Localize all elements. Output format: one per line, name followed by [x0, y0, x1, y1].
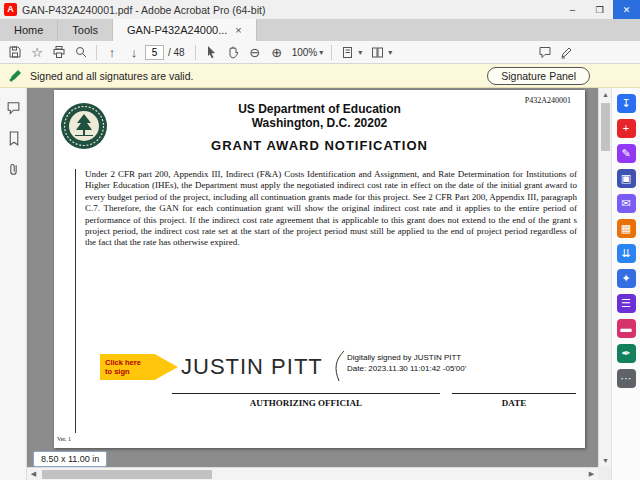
select-tool-button[interactable] [200, 42, 222, 63]
minimize-button[interactable]: – [559, 0, 586, 19]
toolbar-right-group [534, 42, 578, 63]
highlighter-pen-icon [560, 45, 574, 59]
vertical-scrollbar[interactable]: ▲ ▼ [598, 88, 611, 467]
tab-close-icon[interactable]: × [235, 24, 241, 36]
print-icon [52, 45, 66, 59]
date-line [452, 393, 576, 394]
date-label: DATE [452, 398, 576, 408]
authorizing-official-label: AUTHORIZING OFFICIAL [172, 398, 440, 408]
toolbar-divider [96, 45, 97, 60]
comment-button[interactable] [534, 42, 556, 63]
page-number-input[interactable] [145, 45, 164, 60]
save-button[interactable] [4, 42, 26, 63]
sign-prompt-line2: to sign [105, 367, 178, 376]
hand-icon [226, 45, 240, 59]
maximize-button[interactable]: ❒ [586, 0, 613, 19]
document-title: GRANT AWARD NOTIFICATION [54, 138, 585, 153]
vertical-scroll-thumb[interactable] [601, 103, 610, 151]
search-icon [74, 45, 88, 59]
window-title: GAN-P432A240001.pdf - Adobe Acrobat Pro … [22, 4, 265, 16]
page-fit-dropdown-icon[interactable]: ▾ [358, 48, 362, 57]
page-fit-icon [341, 46, 354, 59]
page-size-indicator: 8.50 x 11.00 in [33, 451, 107, 467]
signature-message-bar: Signed and all signatures are valid. Sig… [0, 64, 640, 88]
toolbar-divider [331, 45, 332, 60]
document-body-text: Under 2 CFR part 200, Appendix III, Indi… [85, 169, 577, 249]
main-toolbar: ☆ ↑ ↓ / 48 ⊖ ⊕ 100% ▾ ▾ ▾ [0, 41, 640, 64]
tab-bar: Home Tools GAN-P432A24000... × [0, 19, 640, 41]
signature-details: Digitally signed by JUSTIN PITT Date: 20… [347, 353, 466, 374]
acrobat-window: A GAN-P432A240001.pdf - Adobe Acrobat Pr… [0, 0, 640, 480]
close-button[interactable]: ✕ [613, 0, 640, 19]
page-count-label: / 48 [168, 47, 185, 58]
sign-prompt-line1: Click here [105, 358, 178, 367]
signature-detail-line2: Date: 2023.11.30 11:01:42 -05'00' [347, 364, 466, 375]
next-page-button[interactable]: ↓ [123, 42, 145, 63]
tab-document[interactable]: GAN-P432A24000... × [113, 19, 257, 41]
prepare-form-tool-icon[interactable]: ☰ [617, 294, 636, 313]
combine-files-tool-icon[interactable]: ▣ [617, 169, 636, 188]
window-controls: – ❒ ✕ [559, 0, 640, 19]
comment-tool-icon[interactable]: ✉ [617, 194, 636, 213]
acrobat-app-icon: A [4, 3, 17, 16]
tab-document-label: GAN-P432A24000... [127, 24, 227, 36]
print-button[interactable] [48, 42, 70, 63]
bookmark-icon [6, 131, 21, 146]
comments-icon [6, 100, 21, 115]
right-tools-rail: ↧+✎▣✉▦⇊✦☰▬✒⋯ [611, 88, 640, 480]
document-header-line2: Washington, D.C. 20202 [54, 116, 585, 130]
page-fit-button[interactable] [336, 42, 358, 63]
previous-page-button[interactable]: ↑ [101, 42, 123, 63]
search-button[interactable] [70, 42, 92, 63]
pdf-page: P432A240001 US Department of Education W… [54, 90, 585, 448]
page-view-dropdown-icon[interactable]: ▾ [388, 48, 392, 57]
comment-bubble-icon [538, 45, 552, 59]
page-view-button[interactable] [366, 42, 388, 63]
tab-home-label: Home [14, 24, 43, 36]
edit-pdf-tool-icon[interactable]: ✎ [617, 144, 636, 163]
scrollbar-corner [598, 467, 611, 480]
left-nav-rail [0, 88, 27, 480]
attachments-panel-button[interactable] [4, 160, 22, 178]
signature-line [172, 393, 440, 394]
highlighter-button[interactable] [556, 42, 578, 63]
comments-panel-button[interactable] [4, 98, 22, 116]
signature-status-message: Signed and all signatures are valid. [30, 70, 193, 82]
signature-detail-line1: Digitally signed by JUSTIN PITT [347, 353, 466, 364]
tab-tools[interactable]: Tools [58, 19, 113, 41]
zoom-dropdown-icon[interactable]: ▾ [319, 48, 323, 57]
bookmarks-panel-button[interactable] [4, 129, 22, 147]
zoom-in-button[interactable]: ⊕ [266, 42, 288, 63]
version-label: Ver. 1 [57, 436, 71, 442]
save-icon [8, 45, 22, 59]
signature-valid-icon [8, 69, 22, 83]
signature-flourish [330, 350, 346, 382]
export-pdf-tool-icon[interactable]: ↧ [617, 94, 636, 113]
scroll-right-icon[interactable]: ▶ [585, 468, 598, 480]
signature-panel-button[interactable]: Signature Panel [487, 67, 590, 85]
tab-home[interactable]: Home [0, 19, 58, 41]
organize-pages-tool-icon[interactable]: ▦ [617, 219, 636, 238]
document-header-line1: US Department of Education [54, 102, 585, 116]
favorites-button[interactable]: ☆ [26, 42, 48, 63]
protect-tool-icon[interactable]: ✦ [617, 269, 636, 288]
redact-tool-icon[interactable]: ▬ [617, 319, 636, 338]
more-tools-tool-icon[interactable]: ⋯ [617, 369, 636, 388]
hand-tool-button[interactable] [222, 42, 244, 63]
toolbar-divider [195, 45, 196, 60]
compress-pdf-tool-icon[interactable]: ⇊ [617, 244, 636, 263]
zoom-out-button[interactable]: ⊖ [244, 42, 266, 63]
cursor-icon [204, 45, 218, 59]
click-to-sign-arrow[interactable]: Click here to sign [100, 354, 178, 380]
form-border-line [75, 169, 76, 433]
zoom-level-value[interactable]: 100% [292, 47, 318, 58]
signature-name[interactable]: JUSTIN PITT [181, 354, 323, 380]
create-pdf-tool-icon[interactable]: + [617, 119, 636, 138]
tab-tools-label: Tools [72, 24, 98, 36]
horizontal-scrollbar[interactable]: ◀ ▶ [27, 467, 598, 480]
horizontal-scroll-thumb[interactable] [42, 470, 212, 479]
scroll-left-icon[interactable]: ◀ [27, 468, 40, 480]
fill-and-sign-tool-icon[interactable]: ✒ [617, 344, 636, 363]
page-view-icon [371, 46, 384, 59]
document-view: P432A240001 US Department of Education W… [27, 88, 598, 467]
